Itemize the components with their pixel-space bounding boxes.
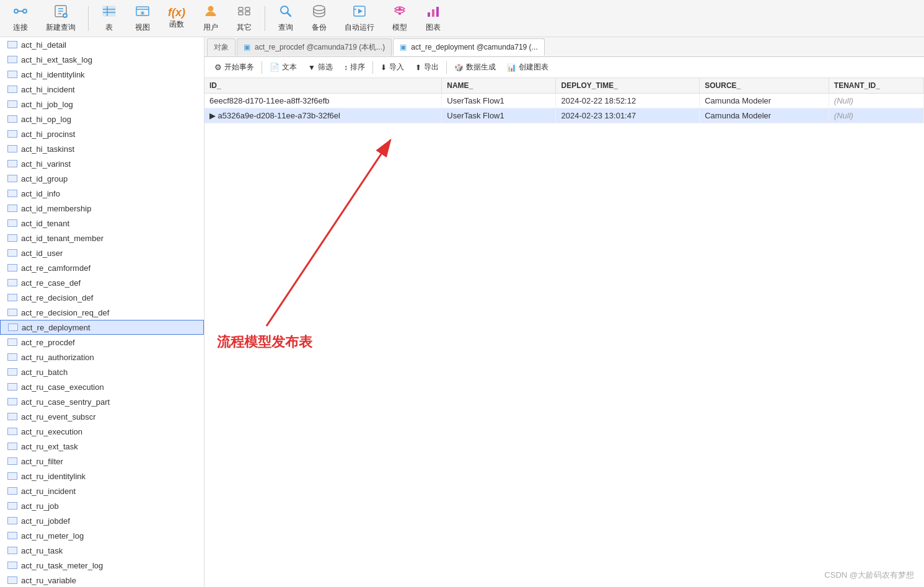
- sidebar-item-act_re_deployment[interactable]: act_re_deployment: [0, 320, 204, 335]
- sidebar-item-act_id_membership[interactable]: act_id_membership: [0, 201, 204, 216]
- create-chart-button[interactable]: 📊 创建图表: [502, 60, 553, 76]
- other-icon: [237, 4, 252, 21]
- svg-rect-32: [436, 7, 439, 17]
- sidebar-item-label: act_re_deployment: [22, 323, 90, 332]
- export-icon: ⬆: [415, 63, 421, 72]
- sidebar-item-act_ru_jobdef[interactable]: act_ru_jobdef: [0, 513, 204, 528]
- action-sep-1: [262, 61, 262, 74]
- sidebar-item-act_id_tenant_member[interactable]: act_id_tenant_member: [0, 231, 204, 245]
- sidebar-item-act_ru_incident[interactable]: act_ru_incident: [0, 483, 204, 498]
- sidebar-item-act_re_procdef[interactable]: act_re_procdef: [0, 335, 204, 350]
- sidebar-item-label: act_hi_ext_task_log: [21, 55, 92, 64]
- sidebar-item-act_ru_event_subscr[interactable]: act_ru_event_subscr: [0, 409, 204, 424]
- svg-rect-30: [428, 12, 430, 17]
- sidebar-item-act_ru_batch[interactable]: act_ru_batch: [0, 364, 204, 379]
- sidebar-item-act_ru_identitylink[interactable]: act_ru_identitylink: [0, 469, 204, 483]
- table-icon: [7, 398, 17, 405]
- table-label: 表: [105, 22, 113, 33]
- begin-transaction-button[interactable]: ⚙ 开始事务: [209, 60, 259, 76]
- sidebar-item-act_id_tenant[interactable]: act_id_tenant: [0, 216, 204, 231]
- col-name: NAME_: [442, 78, 556, 94]
- sidebar-item-act_hi_varinst[interactable]: act_hi_varinst: [0, 156, 204, 171]
- other-button[interactable]: 其它: [229, 2, 260, 35]
- sidebar-item-act_re_camformdef[interactable]: act_re_camformdef: [0, 260, 204, 275]
- import-label: 导入: [389, 62, 404, 73]
- sidebar-item-label: act_hi_job_log: [21, 100, 73, 109]
- sidebar-item-act_ru_meter_log[interactable]: act_ru_meter_log: [0, 528, 204, 543]
- sidebar-item-act_re_decision_req_def[interactable]: act_re_decision_req_def: [0, 305, 204, 320]
- import-button[interactable]: ⬇ 导入: [376, 60, 409, 76]
- sidebar-item-act_ru_task_meter_log[interactable]: act_ru_task_meter_log: [0, 558, 204, 573]
- table-icon: [7, 338, 17, 346]
- table-icon: [7, 130, 17, 138]
- begin-transaction-label: 开始事务: [224, 62, 254, 73]
- backup-button[interactable]: 备份: [304, 2, 335, 35]
- table-cell-2: 2024-02-22 18:52:12: [556, 94, 700, 108]
- annotation-layer: [205, 78, 924, 587]
- main-layout: act_hi_detailact_hi_ext_task_logact_hi_i…: [0, 37, 924, 587]
- table-row[interactable]: ▶ a5326a9e-d208-11ee-a73b-32f6elUserTask…: [205, 108, 924, 123]
- table-row[interactable]: 6eecf828-d170-11ee-a8ff-32f6efbUserTask …: [205, 94, 924, 108]
- sidebar-item-act_hi_ext_task_log[interactable]: act_hi_ext_task_log: [0, 52, 204, 67]
- export-button[interactable]: ⬆ 导出: [410, 60, 444, 76]
- sidebar-item-act_hi_incident[interactable]: act_hi_incident: [0, 82, 204, 97]
- func-button[interactable]: f(x) 函数: [161, 2, 193, 35]
- view-button[interactable]: 视图: [127, 2, 158, 35]
- sidebar-item-act_hi_detail[interactable]: act_hi_detail: [0, 37, 204, 52]
- sidebar-item-act_hi_identitylink[interactable]: act_hi_identitylink: [0, 67, 204, 82]
- chart-button[interactable]: 图表: [418, 2, 449, 35]
- tab-procdef[interactable]: ▣ act_re_procdef @camunda719 (本机...): [237, 38, 392, 56]
- create-chart-icon: 📊: [507, 63, 516, 72]
- watermark: CSDN @大龄码农有梦想: [824, 570, 914, 581]
- svg-rect-19: [245, 7, 250, 11]
- autorun-icon: [352, 4, 367, 21]
- sidebar-item-act_re_case_def[interactable]: act_re_case_def: [0, 275, 204, 290]
- model-button[interactable]: 模型: [384, 2, 415, 35]
- sidebar-item-act_ru_authorization[interactable]: act_ru_authorization: [0, 350, 204, 364]
- action-sep-3: [446, 61, 447, 74]
- sidebar-item-act_ru_case_execution[interactable]: act_ru_case_execution: [0, 379, 204, 394]
- table-container: ID_ NAME_ DEPLOY_TIME_ SOURCE_ TENANT_ID…: [205, 78, 924, 587]
- sidebar-item-act_re_decision_def[interactable]: act_re_decision_def: [0, 290, 204, 305]
- sidebar-item-act_id_group[interactable]: act_id_group: [0, 171, 204, 186]
- filter-button[interactable]: ▼ 筛选: [303, 60, 338, 76]
- svg-rect-18: [239, 7, 243, 11]
- table-cell-3: Camunda Modeler: [700, 108, 829, 123]
- generate-data-button[interactable]: 🎲 数据生成: [449, 60, 501, 76]
- sidebar-item-act_id_info[interactable]: act_id_info: [0, 186, 204, 201]
- sidebar-item-act_hi_op_log[interactable]: act_hi_op_log: [0, 112, 204, 126]
- sidebar-item-act_ru_variable[interactable]: act_ru_variable: [0, 573, 204, 587]
- table-icon: [7, 413, 17, 420]
- connect-button[interactable]: 连接: [5, 2, 36, 35]
- sidebar-item-act_hi_taskinst[interactable]: act_hi_taskinst: [0, 141, 204, 156]
- sidebar-item-label: act_ru_identitylink: [21, 472, 86, 481]
- user-button[interactable]: 用户: [195, 2, 226, 35]
- sidebar-item-act_ru_task[interactable]: act_ru_task: [0, 543, 204, 558]
- table-icon: [7, 368, 17, 376]
- sort-button[interactable]: ↕ 排序: [339, 60, 370, 76]
- sidebar-item-act_hi_procinst[interactable]: act_hi_procinst: [0, 126, 204, 141]
- sidebar-item-act_ru_job[interactable]: act_ru_job: [0, 498, 204, 513]
- sidebar-item-act_hi_job_log[interactable]: act_hi_job_log: [0, 97, 204, 112]
- autorun-button[interactable]: 自动运行: [337, 2, 382, 35]
- table-button[interactable]: 表: [94, 2, 125, 35]
- sidebar-item-act_ru_case_sentry_part[interactable]: act_ru_case_sentry_part: [0, 394, 204, 409]
- table-icon: [7, 175, 17, 182]
- text-button[interactable]: 📄 文本: [265, 60, 302, 76]
- sidebar-item-act_ru_ext_task[interactable]: act_ru_ext_task: [0, 439, 204, 454]
- tab-deployment[interactable]: ▣ act_re_deployment @camunda719 (...: [393, 38, 544, 56]
- func-label: 函数: [169, 19, 184, 30]
- user-label: 用户: [203, 22, 218, 33]
- query-button[interactable]: 查询: [270, 2, 301, 35]
- tab-object-label: 对象: [214, 42, 229, 53]
- sidebar-item-label: act_ru_case_execution: [21, 382, 104, 392]
- sidebar-item-act_ru_filter[interactable]: act_ru_filter: [0, 454, 204, 469]
- table-cell-1: UserTask Flow1: [442, 94, 556, 108]
- new-query-button[interactable]: 新建查询: [38, 2, 83, 35]
- table-cell-1: UserTask Flow1: [442, 108, 556, 123]
- sidebar-item-act_ru_execution[interactable]: act_ru_execution: [0, 424, 204, 439]
- sidebar-item-act_id_user[interactable]: act_id_user: [0, 245, 204, 260]
- table-icon: [7, 205, 17, 212]
- new-query-icon: [53, 4, 68, 21]
- tab-object[interactable]: 对象: [207, 38, 235, 56]
